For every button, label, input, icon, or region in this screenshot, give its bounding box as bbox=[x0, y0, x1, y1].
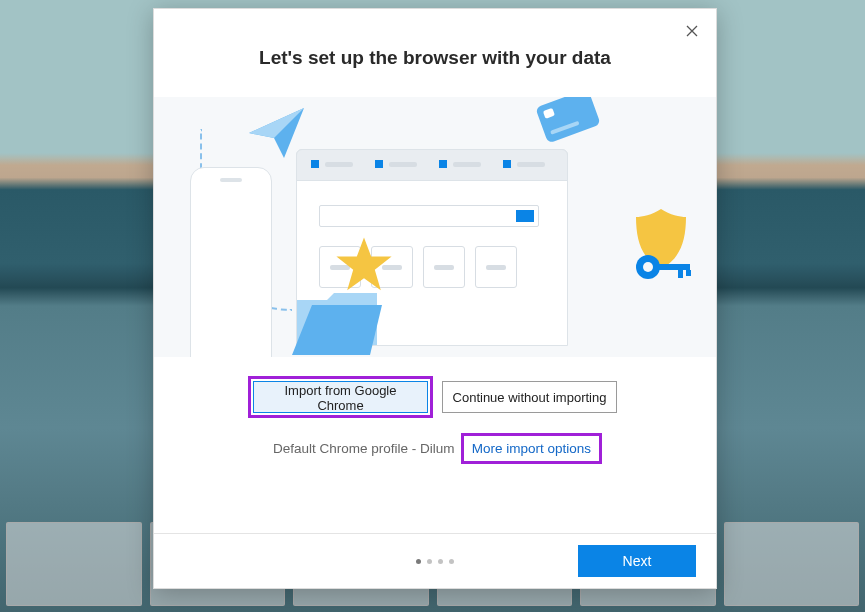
folder-icon bbox=[292, 285, 382, 355]
dialog-footer: Next bbox=[154, 533, 716, 588]
step-dot bbox=[416, 559, 421, 564]
profile-info-row: Default Chrome profile - Dilum More impo… bbox=[154, 441, 716, 456]
key-icon bbox=[634, 247, 694, 287]
options-section: Import from Google Chrome Continue witho… bbox=[154, 381, 716, 456]
credit-card-icon bbox=[535, 97, 601, 143]
step-dot bbox=[427, 559, 432, 564]
profile-name: Dilum bbox=[420, 441, 455, 456]
illustration-panel bbox=[154, 97, 716, 357]
svg-point-1 bbox=[643, 262, 653, 272]
svg-rect-2 bbox=[658, 264, 690, 270]
import-chrome-button[interactable]: Import from Google Chrome bbox=[253, 381, 428, 413]
continue-without-importing-button[interactable]: Continue without importing bbox=[442, 381, 617, 413]
profile-prefix: Default Chrome profile - bbox=[273, 441, 420, 456]
step-dot bbox=[449, 559, 454, 564]
setup-dialog: Let's set up the browser with your data bbox=[153, 8, 717, 589]
more-import-options-link[interactable]: More import options bbox=[466, 438, 597, 459]
step-indicator bbox=[416, 559, 454, 564]
dialog-title: Let's set up the browser with your data bbox=[154, 47, 716, 69]
thumbnail[interactable] bbox=[6, 522, 142, 606]
close-button[interactable] bbox=[678, 17, 706, 45]
svg-rect-4 bbox=[686, 270, 691, 276]
step-dot bbox=[438, 559, 443, 564]
svg-rect-3 bbox=[678, 270, 683, 278]
phone-illustration bbox=[190, 167, 272, 357]
next-button[interactable]: Next bbox=[578, 545, 696, 577]
close-icon bbox=[686, 25, 698, 37]
thumbnail[interactable] bbox=[724, 522, 860, 606]
